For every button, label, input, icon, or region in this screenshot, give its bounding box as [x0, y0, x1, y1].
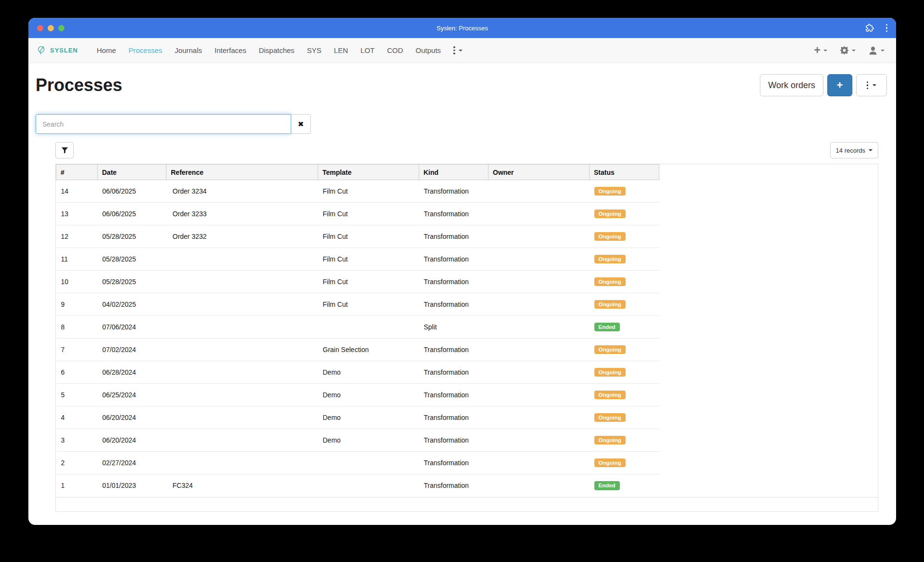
add-icon: + [814, 45, 821, 56]
filter-button[interactable] [55, 142, 74, 158]
table-row[interactable]: 406/20/2024DemoTransformationOngoing [56, 406, 659, 429]
clear-search-button[interactable]: ✖ [291, 114, 311, 134]
records-count-label: 14 records [836, 147, 865, 154]
nav-item-interfaces[interactable]: Interfaces [208, 46, 253, 54]
table-row[interactable]: 1406/06/2025Order 3234Film CutTransforma… [56, 180, 659, 203]
cell-status: Ongoing [590, 361, 659, 384]
cell-reference [167, 361, 318, 384]
table-row[interactable]: 1205/28/2025Order 3232Film CutTransforma… [56, 225, 659, 248]
brand[interactable]: SYSLEN [36, 45, 78, 56]
gear-icon [840, 46, 849, 55]
page-overflow-button[interactable] [856, 74, 887, 96]
cell-reference [167, 271, 318, 293]
search-input[interactable] [36, 114, 291, 134]
browser-menu-icon[interactable] [886, 24, 888, 32]
cell-status: Ongoing [590, 271, 659, 293]
table-row[interactable]: 807/06/2024SplitEnded [56, 316, 659, 339]
cell-template: Grain Selection [318, 339, 419, 361]
status-badge: Ongoing [594, 187, 626, 196]
cell-template [318, 474, 419, 497]
chevron-down-icon [459, 50, 462, 52]
status-badge: Ongoing [594, 391, 626, 400]
cell-status: Ongoing [590, 429, 659, 452]
cell-num: 4 [56, 406, 98, 429]
column-header-reference[interactable]: Reference [167, 165, 318, 180]
status-badge: Ongoing [594, 368, 626, 377]
cell-owner [488, 248, 590, 271]
extensions-icon[interactable] [864, 23, 874, 33]
nav-items: HomeProcessesJournalsInterfacesDispatche… [90, 46, 447, 54]
nav-item-cod[interactable]: COD [381, 46, 409, 54]
column-header-date[interactable]: Date [98, 165, 167, 180]
browser-titlebar: Syslen: Processes [28, 18, 896, 38]
cell-kind: Transformation [419, 248, 488, 271]
nav-item-len[interactable]: LEN [328, 46, 354, 54]
cell-num: 6 [56, 361, 98, 384]
table-row[interactable]: 1005/28/2025Film CutTransformationOngoin… [56, 271, 659, 293]
cell-num: 5 [56, 384, 98, 406]
cell-kind: Transformation [419, 474, 488, 497]
column-header-template[interactable]: Template [318, 165, 419, 180]
table-footer [56, 497, 878, 512]
add-menu[interactable]: + [814, 45, 827, 56]
cell-reference [167, 384, 318, 406]
status-badge: Ongoing [594, 436, 626, 445]
cell-reference: FC324 [167, 474, 318, 497]
cell-date: 06/25/2024 [98, 384, 167, 406]
table-row[interactable]: 904/02/2025Film CutTransformationOngoing [56, 293, 659, 316]
nav-item-home[interactable]: Home [90, 46, 122, 54]
work-orders-button[interactable]: Work orders [760, 74, 823, 96]
cell-kind: Transformation [419, 361, 488, 384]
table-row[interactable]: 506/25/2024DemoTransformationOngoing [56, 384, 659, 406]
add-process-button[interactable]: + [827, 74, 852, 96]
table-row[interactable]: 707/02/2024Grain SelectionTransformation… [56, 339, 659, 361]
records-count-button[interactable]: 14 records [830, 142, 878, 158]
cell-num: 12 [56, 225, 98, 248]
cell-date: 04/02/2025 [98, 293, 167, 316]
cell-kind: Transformation [419, 452, 488, 474]
column-header-kind[interactable]: Kind [419, 165, 488, 180]
user-menu[interactable] [868, 46, 885, 55]
cell-kind: Transformation [419, 293, 488, 316]
cell-template: Demo [318, 361, 419, 384]
nav-item-lot[interactable]: LOT [354, 46, 381, 54]
cell-status: Ongoing [590, 384, 659, 406]
table-row[interactable]: 1105/28/2025Film CutTransformationOngoin… [56, 248, 659, 271]
cell-owner [488, 339, 590, 361]
cell-owner [488, 293, 590, 316]
cell-date: 05/28/2025 [98, 225, 167, 248]
nav-item-journals[interactable]: Journals [168, 46, 208, 54]
cell-reference [167, 248, 318, 271]
settings-menu[interactable] [840, 46, 856, 55]
chevron-down-icon [873, 84, 876, 86]
table-row[interactable]: 306/20/2024DemoTransformationOngoing [56, 429, 659, 452]
table-row[interactable]: 202/27/2024TransformationOngoing [56, 452, 659, 474]
cell-reference [167, 316, 318, 339]
cell-date: 01/01/2023 [98, 474, 167, 497]
nav-item-dispatches[interactable]: Dispatches [253, 46, 301, 54]
table-header-row: #DateReferenceTemplateKindOwnerStatus [56, 165, 659, 180]
column-header-num[interactable]: # [56, 165, 98, 180]
cell-template: Film Cut [318, 293, 419, 316]
column-header-status[interactable]: Status [590, 165, 659, 180]
cell-status: Ongoing [590, 339, 659, 361]
status-badge: Ongoing [594, 209, 626, 219]
cell-reference [167, 406, 318, 429]
cell-template: Film Cut [318, 180, 419, 203]
column-header-owner[interactable]: Owner [488, 165, 590, 180]
cell-date: 05/28/2025 [98, 271, 167, 293]
table-row[interactable]: 101/01/2023FC324TransformationEnded [56, 474, 659, 497]
nav-item-processes[interactable]: Processes [122, 46, 168, 54]
table-row[interactable]: 1306/06/2025Order 3233Film CutTransforma… [56, 203, 659, 225]
cell-date: 06/06/2025 [98, 203, 167, 225]
nav-item-outputs[interactable]: Outputs [410, 46, 448, 54]
cell-num: 9 [56, 293, 98, 316]
cell-owner [488, 474, 590, 497]
nav-item-sys[interactable]: SYS [301, 46, 328, 54]
chevron-down-icon [852, 50, 856, 52]
nav-overflow-menu[interactable] [447, 46, 469, 54]
table-row[interactable]: 606/28/2024DemoTransformationOngoing [56, 361, 659, 384]
cell-status: Ongoing [590, 406, 659, 429]
kebab-icon [453, 46, 455, 54]
cell-kind: Transformation [419, 406, 488, 429]
